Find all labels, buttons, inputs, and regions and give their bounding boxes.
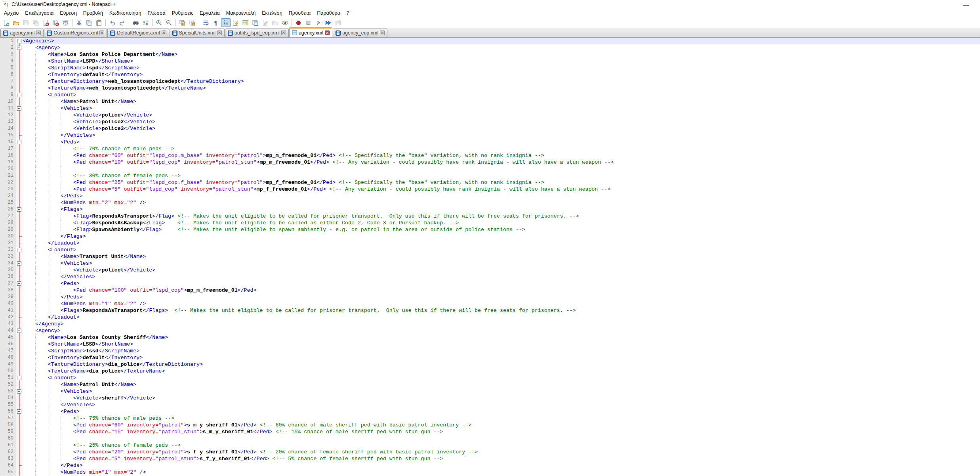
code-line-6[interactable]: <Inventory>default</Inventory> <box>23 71 980 78</box>
toolbar-button-document-list-icon[interactable] <box>251 18 260 27</box>
toolbar-button-monitoring-icon[interactable] <box>280 18 290 27</box>
menu-item-1[interactable]: Αρχείο <box>1 9 22 17</box>
toolbar-button-undo-icon[interactable] <box>108 18 117 27</box>
code-line-55[interactable]: </Vehicles> <box>23 401 980 408</box>
menu-item-11[interactable]: Πρόσθετα <box>286 9 314 17</box>
code-line-44[interactable]: <Agency> <box>23 327 980 334</box>
code-line-9[interactable]: <Loadout> <box>23 92 980 98</box>
fold-collapse-icon[interactable] <box>17 248 21 252</box>
toolbar-button-open-file-icon[interactable] <box>11 18 21 27</box>
code-line-45[interactable]: <Name>Los Santos County Sheriff</Name> <box>23 334 980 341</box>
toolbar-button-zoom-out-icon[interactable] <box>164 18 174 27</box>
code-line-29[interactable]: <Flag>SpawnsAmbiently</Flag> <!-- Makes … <box>23 226 980 233</box>
code-line-26[interactable]: <Flags> <box>23 206 980 213</box>
fold-collapse-icon[interactable] <box>17 376 21 380</box>
toolbar-button-sync-horizontal-icon[interactable] <box>188 18 197 27</box>
code-line-35[interactable]: <Vehicle>policet</Vehicle> <box>23 267 980 273</box>
code-line-62[interactable]: <Ped chance="20" inventory="patrol">s_f_… <box>23 449 980 455</box>
code-line-1[interactable]: <Agencies> <box>23 38 980 44</box>
code-line-38[interactable]: <Ped chance="100" outfit="lspd_cop">mp_m… <box>23 287 980 294</box>
tab-outfits_lspd_eup-xml-4[interactable]: outfits_lspd_eup.xml✕ <box>225 29 289 37</box>
tab-agency_eup-xml-6[interactable]: agency_eup.xml✕ <box>333 29 387 37</box>
toolbar-button-paste-icon[interactable] <box>94 18 104 27</box>
fold-collapse-icon[interactable] <box>17 207 21 212</box>
fold-collapse-icon[interactable] <box>17 46 21 50</box>
code-line-64[interactable]: </Peds> <box>23 462 980 469</box>
fold-collapse-icon[interactable] <box>17 261 21 266</box>
code-line-53[interactable]: <Vehicles> <box>23 388 980 395</box>
code-line-59[interactable]: <Ped chance="15" inventory="patrol_stun"… <box>23 428 980 435</box>
toolbar-button-function-list-icon[interactable] <box>231 18 240 27</box>
fold-collapse-icon[interactable] <box>17 389 21 394</box>
code-line-34[interactable]: <Vehicles> <box>23 260 980 267</box>
menu-item-7[interactable]: Ρυθμίσεις <box>169 9 196 17</box>
minimize-button[interactable] <box>963 2 969 6</box>
code-line-21[interactable]: <!-- 30% chance of female peds --> <box>23 172 980 179</box>
code-line-52[interactable]: <Name>Patrol Unit</Name> <box>23 381 980 388</box>
toolbar-button-show-all-characters-icon[interactable]: ¶ <box>211 18 221 27</box>
tab-close-icon[interactable]: ✕ <box>217 31 222 35</box>
menu-item-9[interactable]: Μακροεντολή <box>223 9 259 17</box>
code-line-10[interactable]: <Name>Patrol Unit</Name> <box>23 98 980 105</box>
code-line-48[interactable]: <Inventory>default</Inventory> <box>23 354 980 361</box>
code-line-54[interactable]: <Vehicle>sheriff</Vehicle> <box>23 395 980 401</box>
toolbar-button-macro-record-icon[interactable] <box>294 18 303 27</box>
toolbar-button-sync-vertical-icon[interactable] <box>178 18 187 27</box>
menu-item-10[interactable]: Εκτέλεση <box>259 9 286 17</box>
code-line-7[interactable]: <TextureDictionary>web_lossantospolicede… <box>23 78 980 85</box>
code-line-28[interactable]: <Flag>RespondsAsBackup</Flag> <!-- Makes… <box>23 220 980 226</box>
toolbar-button-replace-icon[interactable]: ab <box>141 18 151 27</box>
tab-DefaultRegions-xml-2[interactable]: DefaultRegions.xml✕ <box>107 29 169 37</box>
code-line-8[interactable]: <TextureName>web_lossantospolicedept</Te… <box>23 85 980 92</box>
code-line-36[interactable]: </Vehicles> <box>23 273 980 280</box>
menu-item-3[interactable]: Εύρεση <box>57 9 80 17</box>
code-line-27[interactable]: <Flag>RespondsAsTransport</Flag> <!-- Ma… <box>23 213 980 220</box>
tab-close-icon[interactable]: ✕ <box>325 31 330 35</box>
code-line-40[interactable]: <NumPeds min="1" max="2" /> <box>23 300 980 307</box>
tab-CustomRegions-xml-1[interactable]: CustomRegions.xml✕ <box>44 29 107 37</box>
toolbar-button-zoom-in-icon[interactable] <box>154 18 164 27</box>
code-line-63[interactable]: <Ped chance="5" inventory="patrol_stun">… <box>23 455 980 462</box>
toolbar-button-copy-icon[interactable] <box>84 18 94 27</box>
menu-item-8[interactable]: Εργαλεία <box>196 9 223 17</box>
tab-close-icon[interactable]: ✕ <box>162 31 166 35</box>
menu-item-12[interactable]: Παράθυρο <box>314 9 343 17</box>
fold-collapse-icon[interactable] <box>17 106 21 111</box>
code-line-65[interactable]: <NumPeds min="1" max="2" /> <box>23 469 980 476</box>
code-line-25[interactable]: <NumPeds min="2" max="2" /> <box>23 199 980 206</box>
tab-SpecialUnits-xml-3[interactable]: SpecialUnits.xml✕ <box>170 29 225 37</box>
code-line-24[interactable]: </Peds> <box>23 193 980 199</box>
tab-close-icon[interactable]: ✕ <box>36 31 41 35</box>
code-line-49[interactable]: <TextureDictionary>dia_police</TextureDi… <box>23 361 980 368</box>
toolbar-button-find-icon[interactable] <box>131 18 141 27</box>
toolbar-button-new-file-icon[interactable] <box>2 18 11 27</box>
code-line-39[interactable]: </Peds> <box>23 294 980 300</box>
toolbar-button-macro-run-multiple-icon[interactable] <box>324 18 333 27</box>
code-line-12[interactable]: <Vehicle>police</Vehicle> <box>23 112 980 119</box>
fold-collapse-icon[interactable] <box>17 329 21 333</box>
code-line-18[interactable]: <Ped chance="60" outfit="lspd_cop.m_base… <box>23 152 980 159</box>
toolbar-button-word-wrap-icon[interactable] <box>201 18 211 27</box>
toolbar-button-close-all-icon[interactable] <box>51 18 61 27</box>
code-line-11[interactable]: <Vehicles> <box>23 105 980 112</box>
code-line-2[interactable]: <Agency> <box>23 44 980 51</box>
code-line-31[interactable]: </Loadout> <box>23 240 980 247</box>
code-line-22[interactable]: <Ped chance="25" outfit="lspd_cop.f_base… <box>23 179 980 186</box>
menu-item-2[interactable]: Επεξεργασία <box>22 9 57 17</box>
code-line-51[interactable]: <Loadout> <box>23 375 980 381</box>
code-line-15[interactable]: </Vehicles> <box>23 132 980 139</box>
menu-item-13[interactable]: ? <box>343 9 353 17</box>
code-line-60[interactable] <box>23 435 980 442</box>
tab-close-icon[interactable]: ✕ <box>99 31 104 35</box>
code-line-30[interactable]: </Flags> <box>23 233 980 240</box>
code-line-13[interactable]: <Vehicle>police2</Vehicle> <box>23 119 980 125</box>
fold-collapse-icon[interactable] <box>17 39 21 43</box>
tab-agency-xml-5[interactable]: agency.xml✕ <box>289 27 332 37</box>
fold-collapse-icon[interactable] <box>17 93 21 97</box>
code-line-46[interactable]: <ShortName>LSSD</ShortName> <box>23 341 980 348</box>
fold-collapse-icon[interactable] <box>17 140 21 144</box>
fold-collapse-icon[interactable] <box>17 409 21 414</box>
menu-item-4[interactable]: Προβολή <box>80 9 106 17</box>
tab-agency-xml-0[interactable]: agency.xml✕ <box>0 29 44 37</box>
code-line-56[interactable]: <Peds> <box>23 408 980 415</box>
